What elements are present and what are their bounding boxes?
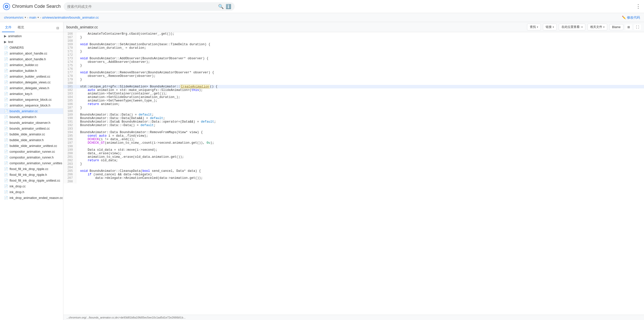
line-content: void BoundsAnimator::SetAnimationDuratio… xyxy=(76,43,644,46)
file-icon: 📄 xyxy=(4,190,8,194)
file-list-item[interactable]: 📄animation_key.h xyxy=(0,91,63,97)
line-number: 177 xyxy=(63,71,76,74)
file-list-item[interactable]: 📄bounds_animator.h xyxy=(0,114,63,120)
file-item-label: ink_drop.cc xyxy=(10,185,26,188)
table-row: 189BoundsAnimator::Data::Data() = defaul… xyxy=(63,113,644,117)
table-row: 178 observers_.RemoveObserver(observer); xyxy=(63,74,644,78)
line-content xyxy=(76,81,644,85)
file-item-label: bubble_slide_animator.cc xyxy=(10,133,45,136)
search-input[interactable] xyxy=(67,5,216,9)
file-icon: 📄 xyxy=(4,115,8,119)
file-list-item[interactable]: ▶animation xyxy=(0,33,63,39)
link-button[interactable]: 链接 ▾ xyxy=(543,24,557,30)
table-row: 206 if (send_cancel && data->delegate) xyxy=(63,173,644,176)
link-dropdown-arrow: ▾ xyxy=(553,26,554,28)
file-list-item[interactable]: 📄bounds_animator.cc xyxy=(0,108,63,114)
line-number: 191 xyxy=(63,120,76,124)
breadcrumb-chromium-src[interactable]: chromium/src xyxy=(4,16,24,19)
file-list-item[interactable]: 📄ink_drop.cc xyxy=(0,183,63,189)
file-icon: 📄 xyxy=(4,80,8,84)
file-list-item[interactable]: 📄flood_fill_ink_drop_ripple.h xyxy=(0,172,63,178)
main-area: 文件 概览 ⊟ ▶animation▶test📄OWNERS📄animation… xyxy=(0,22,644,320)
file-list-item[interactable]: 📄animation_sequence_block.cc xyxy=(0,97,63,102)
file-list-item[interactable]: 📄compositor_animation_runner_unittes xyxy=(0,160,63,166)
line-number: 208 xyxy=(63,180,76,183)
breadcrumb: chromium/src ▾ › main ▾ › ui/views/anima… xyxy=(0,13,644,22)
blame-button[interactable]: Blame xyxy=(609,24,623,30)
breadcrumb-file[interactable]: ui/views/animation/bounds_animator.cc xyxy=(42,16,99,19)
table-row: 196 DCHECK(i != data_.end()); xyxy=(63,138,644,141)
sidebar-toggle-button[interactable]: ⊟ xyxy=(54,24,61,32)
file-list-item[interactable]: 📄bubble_slide_animator.cc xyxy=(0,131,63,137)
fullscreen-button[interactable]: ⛶ xyxy=(634,24,641,30)
file-list-item[interactable]: 📄animation_builder.cc xyxy=(0,62,63,68)
file-list-item[interactable]: 📄animation_builder_unittest.cc xyxy=(0,74,63,79)
table-row: 175} xyxy=(63,64,644,67)
code-viewer[interactable]: 166 AnimateToContainerBrg.cGacd(containe… xyxy=(63,32,644,315)
file-icon: 📄 xyxy=(4,179,8,182)
line-number: 192 xyxy=(63,124,76,127)
file-item-label: animation_builder.h xyxy=(10,69,37,73)
file-list-item[interactable]: 📄animation_delegate_views.h xyxy=(0,85,63,91)
file-list-item[interactable]: 📄bubble_slide_animator.h xyxy=(0,137,63,143)
file-list-item[interactable]: 📄flood_fill_ink_drop_ripple_unittest.cc xyxy=(0,178,63,183)
table-row: 205void BoundsAnimator::CleanupData(bool… xyxy=(63,169,644,173)
file-icon: 📄 xyxy=(4,144,8,148)
file-icon: 📄 xyxy=(4,92,8,96)
file-list-item[interactable]: 📄animation_builder.h xyxy=(0,68,63,74)
breadcrumb-chromium-dropdown[interactable]: ▾ xyxy=(25,16,26,19)
view-at-button[interactable]: 在此位置查看: ▾ xyxy=(559,24,585,30)
table-row: 204 xyxy=(63,166,644,169)
file-list-item[interactable]: ▶test xyxy=(0,39,63,45)
file-list-item[interactable]: 📄animation_abort_handle.h xyxy=(0,56,63,62)
status-bar: ...chromium.org/.../bounds_animator.cc;d… xyxy=(63,315,644,320)
file-list-item[interactable]: 📄compositor_animation_runner.cc xyxy=(0,149,63,154)
related-files-button[interactable]: 相关文件 ▾ xyxy=(587,24,607,30)
line-content: } xyxy=(76,64,644,67)
line-number: 207 xyxy=(63,176,76,180)
view-toggle-button[interactable]: ⊞ xyxy=(625,24,632,30)
line-content: animation_to_view_.erase(old_data.animat… xyxy=(76,155,644,159)
line-number: 185 xyxy=(63,99,76,102)
table-row: 201 animation_to_view_.erase(old_data.an… xyxy=(63,155,644,159)
file-icon: 📄 xyxy=(4,184,8,188)
line-content: BoundsAnimator::Data::Data(Data&&) = def… xyxy=(76,117,644,120)
content-area: bounds_animator.cc 查找 ▾ 链接 ▾ 在此位置查看: ▾ 相… xyxy=(63,22,644,320)
table-row: 198 xyxy=(63,145,644,148)
search-icon[interactable]: 🔍 xyxy=(218,4,224,9)
file-list-item[interactable]: 📄animation_delegate_views.cc xyxy=(0,79,63,85)
file-list-item[interactable]: 📄ink_drop.h xyxy=(0,189,63,195)
line-number: 193 xyxy=(63,127,76,131)
more-button[interactable]: ⋮ xyxy=(635,3,641,10)
breadcrumb-main[interactable]: main xyxy=(29,16,36,19)
file-list-item[interactable]: 📄bubble_slide_animator_unittest.cc xyxy=(0,143,63,149)
edit-label: 修改代码 xyxy=(627,15,640,20)
file-list-item[interactable]: 📄flood_fill_ink_drop_ripple.cc xyxy=(0,166,63,172)
edit-button[interactable]: ✏️ 修改代码 xyxy=(622,15,640,20)
file-list-item[interactable]: 📄animation_sequence_block.h xyxy=(0,102,63,108)
sidebar: 文件 概览 ⊟ ▶animation▶test📄OWNERS📄animation… xyxy=(0,22,63,320)
search-bar[interactable]: 🔍 ℹ️ xyxy=(64,2,235,11)
file-list-item[interactable]: 📄animation_abort_handle.cc xyxy=(0,50,63,56)
find-button[interactable]: 查找 ▾ xyxy=(527,24,541,30)
file-list-item[interactable]: 📄compositor_animation_runner.h xyxy=(0,154,63,160)
file-icon: 📄 xyxy=(4,63,8,67)
table-row: 208 xyxy=(63,180,644,183)
table-row: 192BoundsAnimator::Data::~Data() = defau… xyxy=(63,124,644,127)
code-body: 166 AnimateToContainerBrg.cGacd(containe… xyxy=(63,32,644,183)
table-row: 180 xyxy=(63,81,644,85)
file-list-item[interactable]: 📄OWNERS xyxy=(0,45,63,50)
tab-overview[interactable]: 概览 xyxy=(15,23,27,32)
breadcrumb-main-dropdown[interactable]: ▾ xyxy=(37,16,39,19)
file-list-item[interactable]: 📄bounds_animator_unittest.cc xyxy=(0,126,63,131)
file-list-item[interactable]: 📄ink_drop_animation_ended_reason.cc xyxy=(0,195,63,201)
table-row: 194BoundsAnimator::Data BoundsAnimator::… xyxy=(63,131,644,134)
line-content xyxy=(76,145,644,148)
line-content: auto animation = std::make_unique<gfx::S… xyxy=(76,88,644,92)
line-number: 202 xyxy=(63,159,76,162)
info-icon[interactable]: ℹ️ xyxy=(226,4,231,9)
tab-files[interactable]: 文件 xyxy=(2,23,15,32)
file-list-item[interactable]: 📄bounds_animator_observer.h xyxy=(0,120,63,126)
file-item-label: animation_builder.cc xyxy=(10,63,38,67)
table-row: 183 animation->SetContainer(container_.g… xyxy=(63,92,644,95)
